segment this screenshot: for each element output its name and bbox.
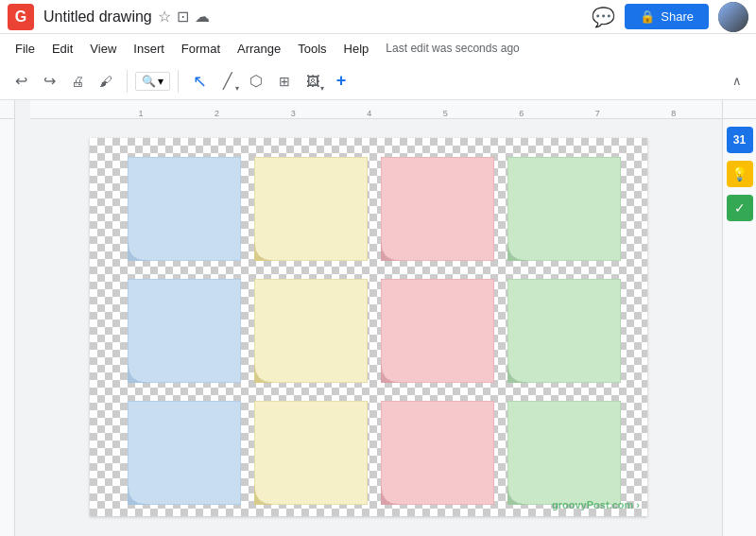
logo-letter: G [15, 9, 26, 26]
comment-icon[interactable]: 💬 [592, 6, 615, 28]
ruler-mark-8: 8 [671, 109, 676, 118]
menu-format[interactable]: Format [174, 38, 228, 60]
textbox-tool-button[interactable]: ⊞ [271, 68, 298, 95]
star-icon[interactable]: ☆ [158, 8, 171, 26]
sticky-note[interactable] [128, 157, 241, 261]
panel-icon-check[interactable]: ✓ [727, 195, 753, 221]
separator-1 [127, 70, 128, 93]
sticky-note[interactable] [254, 157, 368, 261]
toolbar-history: ↩ ↪ 🖨 🖌 [8, 68, 119, 95]
title-icons: ☆ ⊡ ☁ [158, 8, 210, 26]
image-dropdown-icon: ▾ [320, 84, 324, 93]
menu-edit[interactable]: Edit [44, 38, 80, 60]
drawing-canvas[interactable]: groovyPost.com › [90, 138, 647, 516]
sticky-note[interactable] [128, 401, 241, 505]
menubar: File Edit View Insert Format Arrange Too… [0, 34, 756, 62]
panel-icon-31[interactable]: 31 [727, 127, 753, 153]
ruler-corner [0, 100, 15, 119]
ruler-mark-1: 1 [139, 109, 144, 118]
left-gutter [0, 119, 15, 536]
toolbar: ↩ ↪ 🖨 🖌 🔍 ▾ ↖ ╱ ▾ ⬡ ⊞ 🖼 ▾ + ∧ [0, 62, 756, 100]
toolbar-tools: ↖ ╱ ▾ ⬡ ⊞ 🖼 ▾ + [186, 68, 354, 95]
image-tool-button[interactable]: 🖼 ▾ [300, 68, 326, 95]
menu-help[interactable]: Help [336, 38, 377, 60]
paint-format-button[interactable]: 🖌 [93, 68, 119, 95]
watermark-highlight: Post [587, 499, 610, 510]
line-icon: ╱ [223, 72, 232, 90]
sticky-note[interactable] [128, 279, 241, 383]
line-tool-button[interactable]: ╱ ▾ [215, 68, 241, 95]
print-button[interactable]: 🖨 [64, 68, 91, 95]
menu-insert[interactable]: Insert [126, 38, 172, 60]
ruler-mark-6: 6 [519, 109, 524, 118]
watermark-text: groovyPost.com [552, 499, 633, 510]
separator-2 [178, 70, 179, 93]
watermark-arrow: › [636, 499, 640, 510]
ruler-row: 1 2 3 4 5 6 7 8 [0, 100, 756, 119]
ruler-mark-2: 2 [215, 109, 219, 118]
sticky-note[interactable] [381, 401, 494, 505]
cloud-icon[interactable]: ☁ [195, 8, 210, 26]
select-tool-button[interactable]: ↖ [186, 68, 213, 95]
lock-icon: 🔒 [640, 9, 655, 24]
panel-icon-bulb[interactable]: 💡 [727, 161, 753, 187]
header-right: 💬 🔒 Share [592, 2, 748, 32]
document-title[interactable]: Untitled drawing [43, 9, 152, 26]
image-icon: 🖼 [306, 74, 319, 89]
toolbar-collapse-button[interactable]: ∧ [726, 70, 748, 93]
sticky-note[interactable] [507, 157, 621, 261]
canvas-area[interactable]: groovyPost.com › [15, 119, 722, 536]
menu-file[interactable]: File [8, 38, 43, 60]
watermark: groovyPost.com › [552, 499, 640, 510]
sticky-note[interactable] [254, 401, 368, 505]
right-panel: 31 💡 ✓ [722, 119, 756, 536]
redo-button[interactable]: ↪ [36, 68, 62, 95]
menu-arrange[interactable]: Arrange [230, 38, 288, 60]
sticky-note[interactable] [507, 279, 621, 383]
menu-view[interactable]: View [82, 38, 124, 60]
share-label: Share [661, 9, 694, 24]
shape-tool-button[interactable]: ⬡ [243, 68, 269, 95]
avatar[interactable] [718, 2, 748, 32]
zoom-value: ▾ [158, 75, 163, 88]
avatar-image [718, 2, 748, 32]
sticky-note[interactable] [254, 279, 368, 383]
share-button[interactable]: 🔒 Share [625, 4, 709, 29]
undo-button[interactable]: ↩ [8, 68, 34, 95]
line-dropdown-icon: ▾ [235, 84, 239, 93]
google-logo: G [8, 4, 34, 30]
folder-icon[interactable]: ⊡ [177, 8, 189, 26]
horizontal-ruler: 1 2 3 4 5 6 7 8 [30, 100, 722, 119]
sticky-note[interactable] [381, 279, 494, 383]
zoom-control[interactable]: 🔍 ▾ [135, 72, 170, 91]
sticky-note[interactable] [381, 157, 494, 261]
ruler-mark-7: 7 [595, 109, 600, 118]
main-content: groovyPost.com › 31 💡 ✓ [0, 119, 756, 536]
menu-tools[interactable]: Tools [290, 38, 334, 60]
sticky-note[interactable] [507, 401, 621, 505]
ruler-right-cap [722, 100, 756, 119]
ruler-mark-3: 3 [291, 109, 296, 118]
titlebar: G Untitled drawing ☆ ⊡ ☁ 💬 🔒 Share [0, 0, 756, 34]
insert-tool-button[interactable]: + [328, 68, 354, 95]
zoom-icon: 🔍 [142, 75, 156, 88]
ruler-mark-4: 4 [367, 109, 371, 118]
last-edit-status: Last edit was seconds ago [386, 42, 519, 55]
ruler-mark-5: 5 [443, 109, 448, 118]
sticky-notes-grid [128, 157, 621, 510]
